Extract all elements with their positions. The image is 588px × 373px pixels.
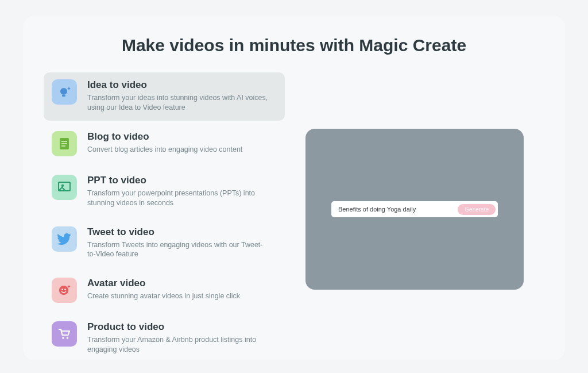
shopping-cart-icon bbox=[52, 321, 77, 347]
option-tweet-to-video[interactable]: Tweet to videoTransform Tweets into enga… bbox=[44, 220, 285, 268]
option-desc: Convert blog articles into engaging vide… bbox=[87, 145, 242, 155]
option-desc: Transform your Amazon & Airbnb product l… bbox=[87, 335, 271, 355]
svg-point-12 bbox=[67, 337, 69, 339]
option-desc: Transform your ideas into stunning video… bbox=[87, 93, 271, 113]
option-text: Avatar videoCreate stunning avatar video… bbox=[87, 278, 240, 303]
option-text: Tweet to videoTransform Tweets into enga… bbox=[87, 226, 271, 260]
option-title: Product to video bbox=[87, 321, 271, 333]
option-text: Idea to videoTransform your ideas into s… bbox=[87, 79, 271, 113]
option-title: Avatar video bbox=[87, 278, 240, 289]
preview-box: Benefits of doing Yoga daily Generate bbox=[305, 129, 524, 290]
option-desc: Create stunning avatar videos in just si… bbox=[87, 291, 240, 301]
presentation-icon bbox=[52, 175, 77, 200]
option-product-to-video[interactable]: Product to videoTransform your Amazon & … bbox=[44, 314, 285, 363]
bulb-sparkle-icon bbox=[52, 79, 77, 105]
document-icon bbox=[52, 131, 77, 156]
svg-point-9 bbox=[61, 289, 63, 290]
page-title: Make videos in minutes with Magic Create bbox=[44, 36, 544, 55]
preview-column: Benefits of doing Yoga daily Generate bbox=[305, 129, 544, 290]
prompt-text: Benefits of doing Yoga daily bbox=[338, 206, 458, 213]
option-title: Blog to video bbox=[87, 131, 242, 143]
twitter-bird-icon bbox=[52, 226, 77, 252]
prompt-bar[interactable]: Benefits of doing Yoga daily Generate bbox=[331, 201, 498, 217]
svg-point-0 bbox=[60, 88, 67, 95]
option-title: PPT to video bbox=[87, 175, 271, 186]
options-list: Idea to videoTransform your ideas into s… bbox=[44, 72, 285, 363]
svg-point-7 bbox=[61, 184, 64, 187]
svg-point-11 bbox=[62, 337, 64, 339]
svg-point-10 bbox=[64, 289, 66, 290]
option-desc: Transform Tweets into engaging videos wi… bbox=[87, 240, 271, 260]
svg-rect-1 bbox=[62, 95, 65, 97]
option-title: Idea to video bbox=[87, 79, 271, 91]
option-ppt-to-video[interactable]: PPT to videoTransform your powerpoint pr… bbox=[44, 168, 285, 216]
magic-create-panel: Make videos in minutes with Magic Create… bbox=[23, 16, 565, 360]
option-blog-to-video[interactable]: Blog to videoConvert blog articles into … bbox=[44, 124, 285, 164]
avatar-face-icon bbox=[52, 278, 77, 303]
option-text: Blog to videoConvert blog articles into … bbox=[87, 131, 242, 156]
option-desc: Transform your powerpoint presentations … bbox=[87, 189, 271, 208]
option-title: Tweet to video bbox=[87, 226, 271, 238]
option-text: PPT to videoTransform your powerpoint pr… bbox=[87, 175, 271, 208]
content-row: Idea to videoTransform your ideas into s… bbox=[44, 72, 544, 363]
svg-rect-4 bbox=[61, 143, 67, 144]
svg-point-8 bbox=[59, 286, 68, 295]
option-avatar-video[interactable]: Avatar videoCreate stunning avatar video… bbox=[44, 271, 285, 311]
option-idea-to-video[interactable]: Idea to videoTransform your ideas into s… bbox=[44, 72, 285, 121]
option-text: Product to videoTransform your Amazon & … bbox=[87, 321, 271, 355]
svg-rect-3 bbox=[61, 141, 67, 142]
generate-button[interactable]: Generate bbox=[458, 204, 496, 215]
svg-rect-5 bbox=[61, 145, 65, 147]
